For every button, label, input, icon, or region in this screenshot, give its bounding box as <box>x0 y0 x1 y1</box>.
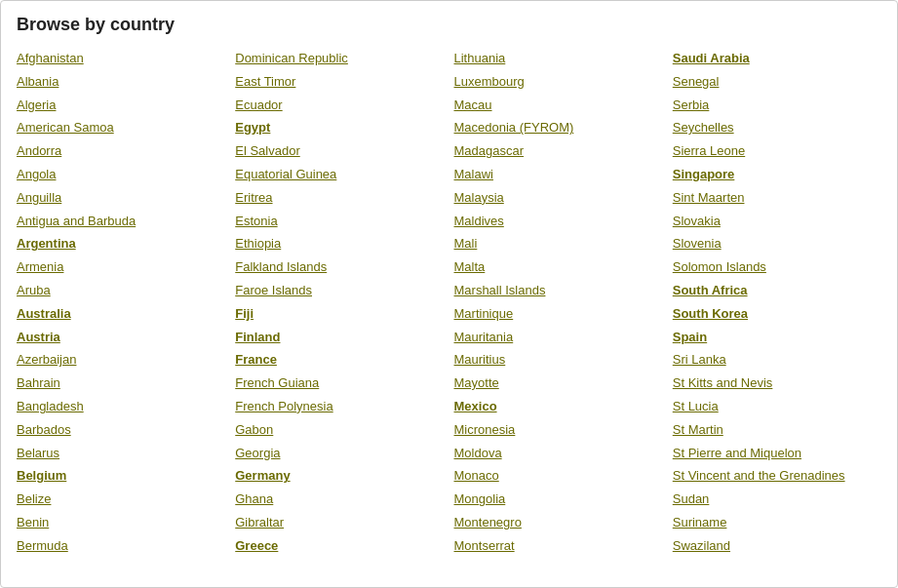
country-link[interactable]: Swaziland <box>673 536 881 557</box>
country-link[interactable]: Mauritania <box>454 328 663 348</box>
country-link[interactable]: Gibraltar <box>235 513 444 533</box>
country-col-3: LithuaniaLuxembourgMacauMacedonia (FYROM… <box>454 49 663 557</box>
country-link[interactable]: Seychelles <box>673 118 881 138</box>
country-col-4: Saudi ArabiaSenegalSerbiaSeychellesSierr… <box>673 49 881 557</box>
country-link[interactable]: Belize <box>17 490 225 510</box>
country-link[interactable]: St Kitts and Nevis <box>673 373 881 394</box>
country-link[interactable]: Montenegro <box>454 513 663 533</box>
country-link[interactable]: Luxembourg <box>454 72 663 93</box>
country-link[interactable]: Georgia <box>235 444 444 464</box>
country-link[interactable]: St Vincent and the Grenadines <box>673 466 881 487</box>
country-link[interactable]: Belarus <box>17 444 225 464</box>
country-link[interactable]: Germany <box>235 466 444 487</box>
country-link[interactable]: Marshall Islands <box>454 281 663 301</box>
country-link[interactable]: Sri Lanka <box>673 350 881 371</box>
country-link[interactable]: Sudan <box>673 490 881 510</box>
country-link[interactable]: French Guiana <box>235 373 444 394</box>
country-link[interactable]: Gabon <box>235 420 444 441</box>
country-link[interactable]: Albania <box>17 72 225 93</box>
country-link[interactable]: Barbados <box>17 420 225 441</box>
country-link[interactable]: Dominican Republic <box>235 49 444 69</box>
country-link[interactable]: Aruba <box>17 281 225 301</box>
country-link[interactable]: French Polynesia <box>235 397 444 417</box>
country-link[interactable]: American Samoa <box>17 118 225 138</box>
country-link[interactable]: Ghana <box>235 490 444 510</box>
country-col-1: AfghanistanAlbaniaAlgeriaAmerican SamoaA… <box>17 49 225 557</box>
country-link[interactable]: Falkland Islands <box>235 257 444 278</box>
country-link[interactable]: Mauritius <box>454 350 663 371</box>
country-link[interactable]: Mayotte <box>454 373 663 394</box>
country-link[interactable]: France <box>235 350 444 371</box>
country-link[interactable]: El Salvador <box>235 141 444 162</box>
country-col-2: Dominican RepublicEast TimorEcuadorEgypt… <box>235 49 444 557</box>
country-link[interactable]: St Lucia <box>673 397 881 417</box>
country-link[interactable]: Slovakia <box>673 212 881 232</box>
country-link[interactable]: Belgium <box>17 466 225 487</box>
country-link[interactable]: Montserrat <box>454 536 663 557</box>
country-link[interactable]: Malaysia <box>454 188 663 209</box>
country-link[interactable]: Slovenia <box>673 234 881 255</box>
country-link[interactable]: Afghanistan <box>17 49 225 69</box>
country-link[interactable]: Malta <box>454 257 663 278</box>
country-link[interactable]: Bermuda <box>17 536 225 557</box>
country-link[interactable]: Monaco <box>454 466 663 487</box>
country-link[interactable]: Madagascar <box>454 141 663 162</box>
country-link[interactable]: Mexico <box>454 397 663 417</box>
country-link[interactable]: Martinique <box>454 304 663 325</box>
country-link[interactable]: Mongolia <box>454 490 663 510</box>
country-link[interactable]: Maldives <box>454 212 663 232</box>
country-link[interactable]: Austria <box>17 328 225 348</box>
country-link[interactable]: Greece <box>235 536 444 557</box>
country-link[interactable]: Macedonia (FYROM) <box>454 118 663 138</box>
country-link[interactable]: Algeria <box>17 96 225 116</box>
country-link[interactable]: Ecuador <box>235 96 444 116</box>
country-link[interactable]: Lithuania <box>454 49 663 69</box>
country-link[interactable]: Micronesia <box>454 420 663 441</box>
country-link[interactable]: Andorra <box>17 141 225 162</box>
country-link[interactable]: Suriname <box>673 513 881 533</box>
country-link[interactable]: Senegal <box>673 72 881 93</box>
country-link[interactable]: St Martin <box>673 420 881 441</box>
country-link[interactable]: St Pierre and Miquelon <box>673 444 881 464</box>
country-link[interactable]: Egypt <box>235 118 444 138</box>
country-link[interactable]: Benin <box>17 513 225 533</box>
country-link[interactable]: Equatorial Guinea <box>235 165 444 185</box>
country-link[interactable]: Spain <box>673 328 881 348</box>
country-link[interactable]: South Korea <box>673 304 881 325</box>
country-link[interactable]: Macau <box>454 96 663 116</box>
country-link[interactable]: Sint Maarten <box>673 188 881 209</box>
page-title: Browse by country <box>17 15 881 35</box>
country-link[interactable]: Armenia <box>17 257 225 278</box>
country-link[interactable]: South Africa <box>673 281 881 301</box>
country-link[interactable]: Fiji <box>235 304 444 325</box>
country-link[interactable]: Malawi <box>454 165 663 185</box>
country-link[interactable]: Solomon Islands <box>673 257 881 278</box>
country-link[interactable]: Mali <box>454 234 663 255</box>
country-link[interactable]: Ethiopia <box>235 234 444 255</box>
country-link[interactable]: Sierra Leone <box>673 141 881 162</box>
country-link[interactable]: Faroe Islands <box>235 281 444 301</box>
country-link[interactable]: Azerbaijan <box>17 350 225 371</box>
country-link[interactable]: Angola <box>17 165 225 185</box>
country-link[interactable]: Estonia <box>235 212 444 232</box>
browse-by-country-container: Browse by country AfghanistanAlbaniaAlge… <box>0 0 898 588</box>
country-link[interactable]: Argentina <box>17 234 225 255</box>
country-grid: AfghanistanAlbaniaAlgeriaAmerican SamoaA… <box>17 49 881 557</box>
country-link[interactable]: Eritrea <box>235 188 444 209</box>
country-link[interactable]: Finland <box>235 328 444 348</box>
country-link[interactable]: Singapore <box>673 165 881 185</box>
country-link[interactable]: Saudi Arabia <box>673 49 881 69</box>
country-link[interactable]: Bangladesh <box>17 397 225 417</box>
country-link[interactable]: Antigua and Barbuda <box>17 212 225 232</box>
country-link[interactable]: Moldova <box>454 444 663 464</box>
country-link[interactable]: East Timor <box>235 72 444 93</box>
country-link[interactable]: Anguilla <box>17 188 225 209</box>
country-link[interactable]: Serbia <box>673 96 881 116</box>
country-link[interactable]: Australia <box>17 304 225 325</box>
country-link[interactable]: Bahrain <box>17 373 225 394</box>
